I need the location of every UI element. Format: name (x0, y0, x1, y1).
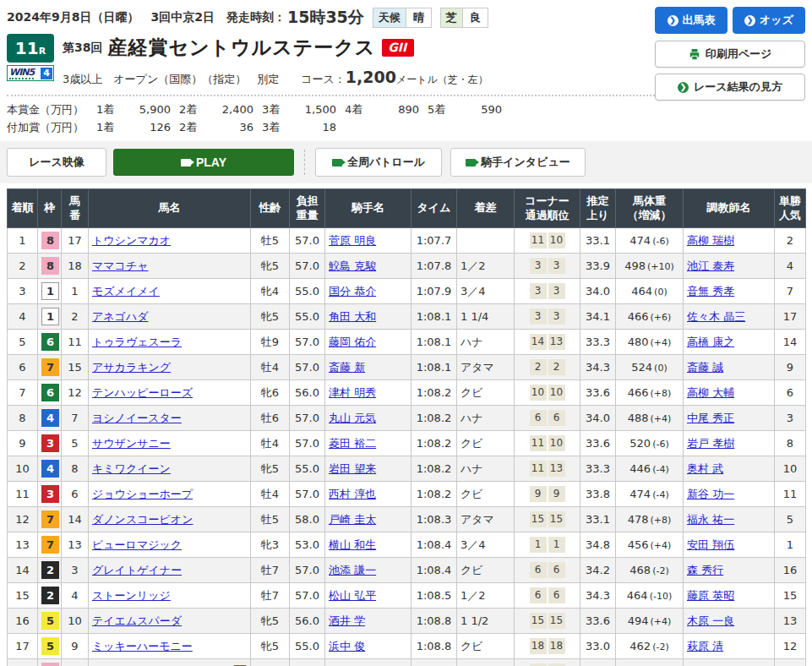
horse-name-link[interactable]: ママコチャ (92, 259, 149, 272)
win-popularity: 13 (775, 609, 806, 634)
horse-name-link[interactable]: トゥラヴェスーラ (92, 336, 182, 348)
horse-name-cell: アサカラキング (89, 355, 251, 380)
horse-name-link[interactable]: アサカラキング (92, 361, 171, 374)
odds-button[interactable]: ❯ オッズ (733, 7, 805, 34)
print-page-button[interactable]: 印刷用ページ (655, 41, 805, 68)
horse-name-link[interactable]: ミッキーハーモニー (92, 640, 193, 652)
trainer-link[interactable]: 森 秀行 (687, 564, 723, 576)
carried-weight: 57.0 (290, 254, 325, 279)
table-row: 1 8 17 トウシンマカオ 牡5 57.0 菅原 明良 1:07.7 1110… (8, 228, 806, 254)
margin: 3／4 (457, 279, 515, 304)
patrol-video-button[interactable]: 全周パトロール (315, 148, 442, 177)
trainer-link[interactable]: 高橋 康之 (687, 336, 734, 348)
margin: ハナ (457, 456, 515, 482)
horse-name-link[interactable]: トウシンマカオ (92, 234, 171, 247)
prize-place: 5着 (419, 102, 455, 117)
jockey-link[interactable]: 津村 明秀 (329, 386, 376, 399)
horse-name-link[interactable]: ジョウショーホープ (92, 488, 193, 500)
finish-position: 2 (8, 254, 38, 279)
trainer-link[interactable]: 高柳 大輔 (687, 386, 734, 399)
jockey-link[interactable]: 菱田 裕二 (329, 437, 376, 450)
horse-number: 16 (62, 659, 89, 666)
frame-number-badge: 1 (41, 282, 59, 300)
trainer-link[interactable]: 高柳 瑞樹 (687, 234, 734, 247)
carried-weight: 57.0 (290, 355, 325, 380)
horse-name-link[interactable]: アネゴハダ (92, 310, 149, 323)
jockey-link[interactable]: 西村 淳也 (329, 488, 376, 500)
corner-order-cell: 1110 (515, 431, 580, 456)
horse-name-link[interactable]: ストーンリッジ (92, 589, 171, 602)
trainer-link[interactable]: 福永 祐一 (687, 513, 734, 526)
jockey-cell: 菅原 明良 (325, 228, 411, 254)
jockey-link[interactable]: 斎藤 新 (329, 361, 365, 374)
horse-name-link[interactable]: グレイトゲイナー (92, 564, 182, 576)
horse-name-link[interactable]: テイエムスパーダ (92, 614, 182, 627)
jockey-interview-button[interactable]: 騎手インタビュー (450, 148, 586, 177)
horse-name-link[interactable]: キミワクイーン (92, 462, 171, 475)
trainer-link[interactable]: 新谷 功一 (687, 488, 734, 500)
corner-order-2: 6 (548, 587, 565, 603)
column-header: 着順 (8, 189, 38, 228)
play-button[interactable]: PLAY (113, 149, 294, 176)
trainer-link[interactable]: 萩原 清 (687, 640, 723, 652)
trainer-link[interactable]: 木原 一良 (687, 614, 734, 627)
horse-weight-diff: (-6) (652, 236, 669, 247)
how-to-read-button[interactable]: ❯ レース結果の見方 (655, 74, 805, 101)
jockey-link[interactable]: 浜中 俊 (329, 640, 365, 652)
jockey-link[interactable]: 鮫島 克駿 (329, 259, 376, 272)
prize-amount: 590 (455, 103, 502, 116)
horse-weight-cell: 520(-6) (616, 431, 684, 456)
corner-order-1: 15 (530, 511, 547, 527)
trainer-cell: 木原 一良 (684, 609, 775, 634)
race-video-button[interactable]: レース映像 (7, 148, 106, 177)
horse-weight-diff: (+6) (651, 312, 672, 323)
jockey-link[interactable]: 横山 和生 (329, 538, 376, 551)
jockey-link[interactable]: 国分 恭介 (329, 285, 376, 298)
trainer-cell: 高柳 大輔 (684, 380, 775, 406)
trainer-link[interactable]: 中尾 秀正 (687, 412, 734, 424)
horse-weight-diff: (+8) (651, 515, 672, 526)
jockey-link[interactable]: 戸崎 圭太 (329, 513, 376, 526)
horse-number: 12 (62, 380, 89, 406)
horse-weight-cell: 456(+4) (616, 532, 684, 558)
table-row: 17 5 9 ミッキーハーモニー 牝5 55.0 浜中 俊 1:08.8 クビ … (8, 634, 806, 659)
horse-name-link[interactable]: ダノンスコーピオン (92, 513, 193, 526)
horse-name-link[interactable]: ヨシノイースター (92, 412, 182, 424)
horse-name-link[interactable]: テンハッピーローズ (92, 386, 193, 399)
horse-name-link[interactable]: ピューロマジック (92, 538, 182, 551)
jockey-link[interactable]: 酒井 学 (329, 614, 365, 627)
horse-weight-diff: (+4) (651, 616, 672, 627)
trainer-link[interactable]: 安田 翔伍 (687, 538, 734, 551)
prize-item: 5着590 (419, 102, 502, 117)
trainer-link[interactable]: 佐々木 晶三 (687, 310, 745, 323)
trainer-link[interactable]: 斎藤 誠 (687, 361, 723, 374)
jockey-link[interactable]: 松山 弘平 (329, 589, 376, 602)
trainer-link[interactable]: 池江 泰寿 (687, 259, 734, 272)
horse-weight: 478 (628, 513, 649, 526)
margin (457, 228, 515, 254)
jockey-cell: 杉原 誠人 (325, 659, 411, 666)
jockey-link[interactable]: 岩田 望来 (329, 462, 376, 475)
horse-name-link[interactable]: モズメイメイ (92, 285, 160, 298)
entries-button[interactable]: ❯ 出馬表 (655, 7, 728, 34)
trainer-link[interactable]: 岩戸 孝樹 (687, 437, 734, 450)
jockey-link[interactable]: 藤岡 佑介 (329, 336, 376, 348)
prize-money-block: 本賞金（万円）1着5,9002着2,4003着1,5004着8905着590付加… (7, 102, 655, 135)
horse-number: 11 (62, 330, 89, 355)
corner-order-1: 2 (530, 359, 547, 375)
trainer-link[interactable]: 奥村 武 (687, 462, 723, 475)
jockey-link[interactable]: 菅原 明良 (329, 234, 376, 247)
jockey-link[interactable]: 角田 大和 (329, 310, 376, 323)
horse-name-cell: モズメイメイ (89, 279, 251, 304)
frame-number-badge: 3 (41, 434, 59, 452)
trainer-link[interactable]: 藤原 英昭 (687, 589, 734, 602)
estimated-last-3f: 33.6 (580, 380, 616, 406)
trainer-link[interactable]: 音無 秀孝 (687, 285, 734, 298)
estimated-last-3f: 34.1 (580, 304, 616, 330)
horse-name-link[interactable]: サウザンサニー (92, 437, 171, 450)
horse-name-cell: ママコチャ (89, 254, 251, 279)
jockey-link[interactable]: 池添 謙一 (329, 564, 376, 576)
horse-number: 6 (62, 482, 89, 507)
jockey-link[interactable]: 丸山 元気 (329, 412, 376, 424)
trainer-cell: 斎藤 誠 (684, 355, 775, 380)
